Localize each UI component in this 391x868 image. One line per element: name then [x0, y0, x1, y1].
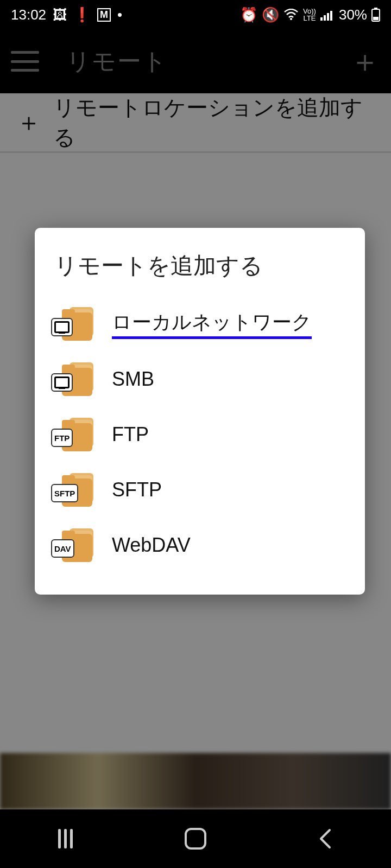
svg-rect-7	[373, 17, 379, 20]
volte-icon: Vo))LTE	[303, 8, 316, 22]
dialog-item-label: WebDAV	[112, 534, 191, 557]
status-time: 13:02	[11, 7, 46, 23]
gmail-icon: M	[97, 8, 111, 22]
folder-icon: DAV	[54, 527, 96, 563]
status-right: ⏰ 🔇 Vo))LTE 30%	[240, 7, 380, 23]
folder-icon: FTP	[54, 417, 96, 452]
status-bar: 13:02 🖼 ❗ M • ⏰ 🔇 Vo))LTE 30%	[0, 0, 391, 29]
dialog-item-label: ローカルネットワーク	[112, 309, 312, 339]
dialog-item-smb[interactable]: SMB	[35, 352, 365, 407]
wifi-icon	[283, 9, 299, 21]
svg-rect-3	[327, 13, 329, 21]
navigation-bar	[0, 809, 391, 868]
svg-point-0	[290, 18, 292, 20]
dialog-item-sftp[interactable]: SFTP SFTP	[35, 462, 365, 518]
dialog-item-label: SFTP	[112, 478, 162, 501]
folder-icon	[54, 361, 96, 397]
sftp-badge-icon: SFTP	[51, 484, 78, 502]
gallery-icon: 🖼	[53, 7, 67, 23]
battery-icon	[371, 8, 380, 22]
folder-icon	[54, 306, 96, 342]
dialog-item-label: FTP	[112, 423, 149, 446]
nav-recent-button[interactable]	[43, 825, 87, 852]
svg-rect-4	[330, 11, 332, 21]
nav-home-button[interactable]	[174, 825, 217, 852]
svg-rect-2	[324, 15, 326, 21]
more-notifications-icon: •	[117, 7, 122, 23]
monitor-badge-icon	[51, 373, 73, 392]
dialog-item-webdav[interactable]: DAV WebDAV	[35, 518, 365, 573]
folder-icon: SFTP	[54, 472, 96, 508]
monitor-badge-icon	[51, 318, 73, 336]
notification-icon: ❗	[73, 7, 91, 23]
battery-percent: 30%	[339, 7, 367, 23]
ftp-badge-icon: FTP	[51, 429, 73, 447]
status-left: 13:02 🖼 ❗ M •	[11, 7, 122, 23]
svg-rect-1	[320, 17, 323, 21]
dialog-title: リモートを追加する	[35, 251, 365, 296]
dialog-item-ftp[interactable]: FTP FTP	[35, 407, 365, 462]
alarm-icon: ⏰	[240, 7, 257, 23]
dialog-item-label: SMB	[112, 368, 154, 391]
nav-back-button[interactable]	[304, 825, 348, 852]
dialog-item-local-network[interactable]: ローカルネットワーク	[35, 296, 365, 352]
signal-icon	[320, 9, 335, 21]
add-remote-dialog: リモートを追加する ローカルネットワーク SMB FTP FTP SFTP SF…	[35, 228, 365, 595]
vibrate-icon: 🔇	[262, 7, 279, 23]
dav-badge-icon: DAV	[51, 539, 74, 558]
